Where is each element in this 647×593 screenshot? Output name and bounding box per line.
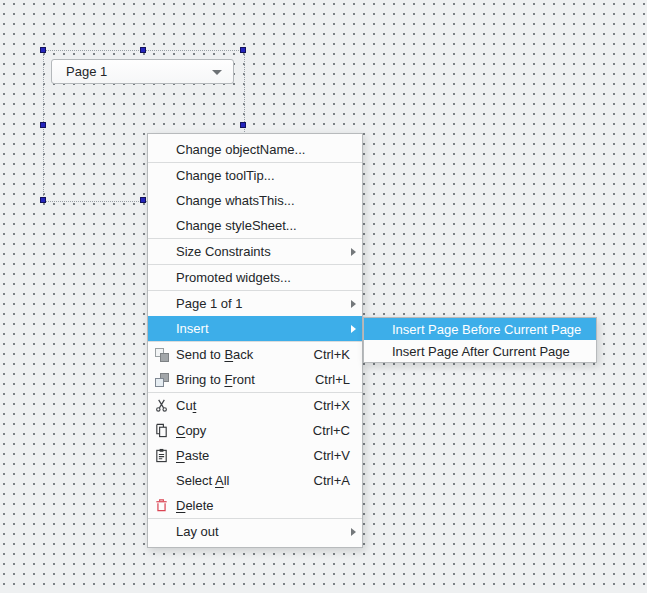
menu-item-label: Change styleSheet... (176, 218, 297, 233)
menu-item-label: Send to Back (176, 347, 253, 362)
shortcut-label: Ctrl+V (314, 448, 350, 463)
menu-item-label: Bring to Front (176, 372, 255, 387)
menu-item-page-1-of-1[interactable]: Page 1 of 1 (148, 291, 362, 316)
resize-handle-top-center[interactable] (140, 47, 146, 53)
menu-item-change-objectname[interactable]: Change objectName... (148, 137, 362, 162)
menu-item-label: Cut (176, 398, 196, 413)
send-to-back-icon (153, 346, 170, 363)
submenu-arrow-icon (351, 325, 356, 333)
chevron-down-icon (212, 70, 222, 75)
menu-item-change-tooltip[interactable]: Change toolTip... (148, 163, 362, 188)
shortcut-label: Ctrl+K (314, 347, 350, 362)
menu-item-size-constraints[interactable]: Size Constraints (148, 239, 362, 264)
menu-item-paste[interactable]: Paste Ctrl+V (148, 443, 362, 468)
bring-to-front-icon (153, 371, 170, 388)
menu-item-label: Copy (176, 423, 206, 438)
paste-icon (153, 447, 170, 464)
resize-handle-top-right[interactable] (240, 47, 246, 53)
form-editor-canvas[interactable]: Page 1 Change objectName... Change toolT… (0, 0, 647, 593)
copy-icon (153, 422, 170, 439)
menu-item-insert[interactable]: Insert (148, 316, 362, 341)
menu-item-label: Change objectName... (176, 142, 305, 157)
submenu-item-label: Insert Page After Current Page (392, 344, 570, 359)
menu-item-label: Promoted widgets... (176, 270, 291, 285)
resize-handle-bottom-center[interactable] (140, 197, 146, 203)
menu-item-label: Size Constraints (176, 244, 271, 259)
shortcut-label: Ctrl+X (314, 398, 350, 413)
submenu-arrow-icon (351, 528, 356, 536)
menu-item-promoted-widgets[interactable]: Promoted widgets... (148, 265, 362, 290)
shortcut-label: Ctrl+L (315, 372, 350, 387)
submenu-arrow-icon (351, 248, 356, 256)
cut-icon (153, 397, 170, 414)
menu-item-label: Select All (176, 473, 229, 488)
menu-item-label: Lay out (176, 524, 219, 539)
shortcut-label: Ctrl+A (314, 473, 350, 488)
menu-item-cut[interactable]: Cut Ctrl+X (148, 393, 362, 418)
menu-item-label: Paste (176, 448, 209, 463)
menu-item-label: Change toolTip... (176, 168, 275, 183)
menu-item-change-stylesheet[interactable]: Change styleSheet... (148, 213, 362, 238)
menu-item-select-all[interactable]: Select All Ctrl+A (148, 468, 362, 493)
context-menu: Change objectName... Change toolTip... C… (147, 133, 363, 548)
menu-item-copy[interactable]: Copy Ctrl+C (148, 418, 362, 443)
resize-handle-top-left[interactable] (40, 47, 46, 53)
shortcut-label: Ctrl+C (313, 423, 350, 438)
resize-handle-bottom-left[interactable] (40, 197, 46, 203)
resize-handle-middle-left[interactable] (40, 122, 46, 128)
menu-item-bring-to-front[interactable]: Bring to Front Ctrl+L (148, 367, 362, 392)
menu-item-label: Change whatsThis... (176, 193, 295, 208)
menu-item-change-whatsthis[interactable]: Change whatsThis... (148, 188, 362, 213)
resize-handle-middle-right[interactable] (240, 122, 246, 128)
insert-submenu: Insert Page Before Current Page Insert P… (363, 317, 597, 363)
submenu-item-label: Insert Page Before Current Page (392, 322, 581, 337)
menu-item-label: Delete (176, 498, 214, 513)
submenu-item-insert-page-after[interactable]: Insert Page After Current Page (364, 340, 596, 362)
menu-item-lay-out[interactable]: Lay out (148, 519, 362, 544)
page-combobox[interactable]: Page 1 (51, 59, 234, 84)
submenu-item-insert-page-before[interactable]: Insert Page Before Current Page (364, 318, 596, 340)
submenu-arrow-icon (351, 300, 356, 308)
page-combobox-value: Page 1 (66, 64, 107, 79)
menu-item-send-to-back[interactable]: Send to Back Ctrl+K (148, 342, 362, 367)
menu-item-delete[interactable]: Delete (148, 493, 362, 518)
menu-item-label: Insert (176, 321, 209, 336)
delete-icon (153, 497, 170, 514)
menu-item-label: Page 1 of 1 (176, 296, 243, 311)
